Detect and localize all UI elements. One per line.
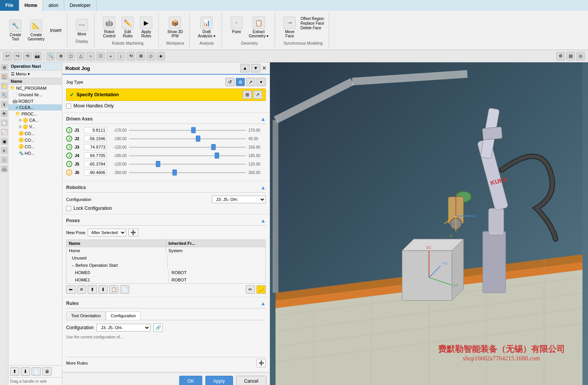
sec-btn-14[interactable]: ⊞ (137, 52, 145, 60)
left-icon-folder[interactable]: 📁 (1, 82, 8, 89)
nav-btn-3[interactable]: 📄 (32, 367, 41, 376)
tab-tool-orientation[interactable]: Tool Orientation (66, 311, 106, 320)
insert-button[interactable]: Insert (48, 27, 63, 34)
sec-btn-5[interactable]: 🔍 (47, 52, 55, 60)
poses-action-move-down[interactable]: ⬇ (98, 285, 108, 294)
more-button[interactable]: ⋯ More (73, 17, 90, 38)
sec-btn-r1[interactable]: ⚙ (556, 52, 565, 60)
j1-value-input[interactable] (84, 127, 107, 133)
nav-item-proc[interactable]: 📁 PROC... (8, 110, 62, 117)
sec-btn-7[interactable]: ◻ (67, 52, 75, 60)
poses-action-move-up[interactable]: ⬆ (88, 285, 97, 294)
create-tool-button[interactable]: 🔧 CreateTool (7, 18, 24, 43)
tab-home[interactable]: Home (19, 0, 43, 11)
sec-btn-1[interactable]: ↩ (3, 52, 12, 60)
tab-developer[interactable]: Developer (64, 0, 97, 11)
apply-button[interactable]: Apply (205, 376, 233, 385)
robotics-config-select[interactable]: J3- J5- OH- (212, 196, 266, 203)
left-icon-info[interactable]: ℹ (1, 101, 8, 108)
left-icon-box[interactable]: ▣ (1, 138, 8, 145)
poses-action-delete[interactable]: ✕ (77, 285, 86, 294)
nav-item-co2[interactable]: 🟡 CO... (8, 137, 62, 143)
panel-close-button[interactable]: ✕ (262, 65, 267, 71)
sec-btn-2[interactable]: ↪ (13, 52, 22, 60)
j6-value-input[interactable] (84, 169, 107, 176)
left-icon-layers[interactable]: ≡ (1, 147, 8, 154)
ok-button[interactable]: OK (179, 376, 202, 385)
poses-action-paste[interactable]: 📄 (120, 285, 129, 294)
sec-btn-16[interactable]: ◈ (157, 52, 165, 60)
sec-btn-r2[interactable]: ▤ (566, 52, 575, 60)
sec-btn-r3[interactable]: ◎ (576, 52, 585, 60)
poses-action-copy[interactable]: 📋 (109, 285, 118, 294)
rules-toggle[interactable]: ▲ (260, 300, 266, 306)
driven-axes-toggle[interactable]: ▲ (260, 116, 266, 122)
j3-slider-thumb[interactable] (211, 144, 216, 150)
specify-icon-1[interactable]: ⊞ (243, 90, 252, 99)
poses-action-special[interactable]: 🔑 (257, 285, 266, 294)
show-3d-ipw-button[interactable]: 📦 Show 3DIPW (165, 15, 185, 40)
nav-item-clea[interactable]: ✔ CLEA... (8, 104, 62, 110)
apply-rules-button[interactable]: ▶ ApplyRules (138, 15, 155, 40)
j5-value-input[interactable] (84, 161, 107, 167)
poses-row-unused[interactable]: Unused (67, 254, 265, 262)
nav-btn-4[interactable]: 🖥 (42, 367, 52, 376)
more-rules-btn[interactable]: ➕ (257, 359, 266, 367)
nav-btn-1[interactable]: ⬆ (10, 367, 19, 376)
j3-value-input[interactable] (84, 144, 107, 150)
rules-config-add-btn[interactable]: 🔗 (153, 323, 163, 332)
left-icon-home[interactable]: 🏠 (1, 73, 8, 80)
create-geometry-button[interactable]: 📐 CreateGeometry (25, 18, 47, 43)
left-icon-arrows[interactable]: ↕ (1, 156, 8, 163)
jog-type-btn-2[interactable]: ⊕ (236, 78, 245, 86)
left-icon-robot[interactable]: 🤖 (1, 166, 8, 172)
3d-viewport[interactable]: YC ZC XC Z M (270, 62, 588, 385)
robot-control-button[interactable]: 🤖 RobotControl (101, 15, 118, 40)
sec-btn-15[interactable]: ◇ (147, 52, 155, 60)
sec-btn-13[interactable]: ⟲ (127, 52, 135, 60)
left-icon-tool[interactable]: 🔧 (1, 92, 8, 99)
sec-btn-8[interactable]: △ (77, 52, 85, 60)
tab-ation[interactable]: ation (43, 0, 64, 11)
sec-btn-12[interactable]: ↕ (117, 52, 125, 60)
nav-item-v[interactable]: ⚙ 🟡 V... (8, 124, 62, 130)
nav-item-nc-program[interactable]: 📁 NC_PROGRAM (8, 85, 62, 91)
sec-btn-9[interactable]: ○ (87, 52, 95, 60)
j1-slider-thumb[interactable] (191, 127, 196, 133)
point-button[interactable]: · Point (228, 15, 245, 40)
move-handles-checkbox[interactable] (66, 104, 71, 109)
specify-icon-2[interactable]: ↗ (253, 90, 262, 99)
poses-row-home[interactable]: Home System (67, 247, 265, 254)
sec-btn-4[interactable]: 📷 (33, 52, 42, 60)
poses-row-before-op[interactable]: – Before Operation Start (67, 262, 265, 269)
sec-btn-3[interactable]: ⟲ (23, 52, 32, 60)
edit-rules-button[interactable]: ✏️ EditRules (119, 15, 136, 40)
add-pose-button[interactable]: ➕ (128, 229, 138, 236)
nav-item-ca[interactable]: ⚙ 🟡 CA... (8, 117, 62, 124)
nav-item-ho[interactable]: 🔩 HO... (8, 150, 62, 156)
j2-slider-thumb[interactable] (196, 136, 200, 142)
extract-geometry-button[interactable]: 📋 ExtractGeometry ▾ (247, 15, 271, 40)
new-pose-select[interactable]: After Selected (88, 229, 126, 236)
left-icon-chart[interactable]: 📈 (1, 129, 8, 136)
left-icon-settings[interactable]: ⚙ (1, 64, 8, 71)
nav-item-co1[interactable]: 🟡 CO... (8, 130, 62, 137)
poses-row-home1[interactable]: HOME1 ROBOT (67, 276, 265, 283)
poses-toggle[interactable]: ▲ (260, 218, 266, 224)
panel-scroll-up[interactable]: ▲ (240, 64, 250, 72)
cancel-button[interactable]: Cancel (236, 376, 267, 385)
left-icon-eye[interactable]: 👁 (1, 110, 8, 117)
nav-item-unused[interactable]: 📄 Unused Ite... (8, 91, 62, 98)
nav-item-robot[interactable]: 🤖 ROBOT (8, 98, 62, 104)
poses-action-move-first[interactable]: ⬅ (66, 285, 75, 294)
jog-type-btn-1[interactable]: ↺ (225, 78, 235, 86)
nav-btn-2[interactable]: ⬇ (21, 367, 30, 376)
tab-file[interactable]: File (0, 0, 19, 11)
jog-type-btn-3[interactable]: ➚ (246, 78, 255, 86)
rules-config-select[interactable]: J3- J5- OH- (97, 324, 150, 331)
lock-config-checkbox[interactable] (66, 206, 71, 211)
menu-bar[interactable]: ☰ Menu ▾ (8, 70, 62, 78)
j5-slider-thumb[interactable] (156, 161, 160, 167)
j4-value-input[interactable] (84, 152, 107, 159)
nav-item-co3[interactable]: 🟡 CO... (8, 143, 62, 150)
